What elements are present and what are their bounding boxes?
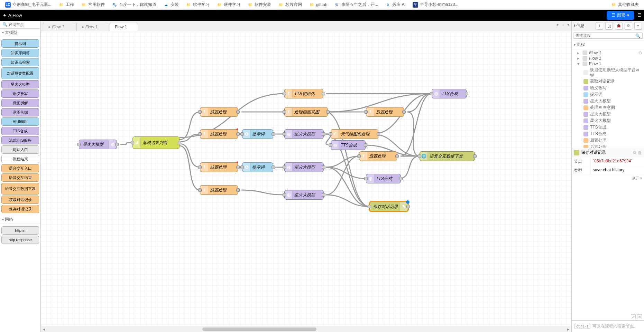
input-port[interactable] xyxy=(198,132,202,136)
add-tab-button[interactable]: ＋ xyxy=(561,22,565,28)
panel-menu-button[interactable]: ▾ xyxy=(634,22,642,30)
output-port[interactable] xyxy=(236,132,240,136)
flow-node[interactable]: ⇄落域结果判断 xyxy=(132,136,180,149)
input-port[interactable] xyxy=(198,165,202,169)
main-menu-button[interactable]: ☰ xyxy=(637,13,641,18)
bookmark-item[interactable]: 半半导小芯-mima123... xyxy=(411,1,460,8)
tree-item[interactable]: 处理画画意图 xyxy=(572,104,644,111)
palette-node[interactable]: 语音交互数据下发 xyxy=(1,183,39,195)
flow-canvas[interactable]: ◎星火大模型⇄落域结果判断fTTS初始化f前置处理f处理画画意图f后置处理f前置… xyxy=(41,31,571,332)
close-hint-button[interactable]: ✕ xyxy=(637,314,642,319)
tab-list-button[interactable]: ▸ xyxy=(557,22,559,28)
flow-node[interactable]: ◎TTS合成 xyxy=(432,89,467,98)
palette-node[interactable]: 星火大模型 xyxy=(1,80,39,88)
palette-node[interactable]: TTS合成 xyxy=(1,127,39,135)
palette-category[interactable]: 网络 xyxy=(0,216,40,224)
tab-menu-button[interactable]: ▾ xyxy=(567,22,569,28)
input-port[interactable] xyxy=(357,154,361,158)
flow-node[interactable]: ◎星火大模型 xyxy=(284,162,324,172)
output-port[interactable] xyxy=(115,143,119,146)
palette-node[interactable]: http response xyxy=(1,236,39,244)
flow-node[interactable]: ◎TTS合成 xyxy=(331,140,366,150)
bookmark-item[interactable]: b必应 AI xyxy=(383,1,407,8)
flow-node[interactable]: ⌬提示词 xyxy=(242,162,273,172)
debug-tab-button[interactable]: 🐞 xyxy=(615,22,623,30)
flow-node[interactable]: f前置处理▲ xyxy=(200,162,238,172)
palette-node[interactable]: AIUI调用 xyxy=(1,117,39,126)
tree-item[interactable]: 获取对话记录 xyxy=(572,78,644,85)
palette-node[interactable]: 流式TTS服务 xyxy=(1,136,39,144)
output-port[interactable] xyxy=(326,110,330,114)
input-port[interactable] xyxy=(364,110,368,114)
input-port[interactable] xyxy=(430,92,433,95)
bookmark-item[interactable]: 📁github xyxy=(307,1,329,8)
tree-item[interactable]: 星火大模型 xyxy=(572,111,644,117)
bookmark-item[interactable]: LC立创商城_电子元器... xyxy=(3,1,53,8)
bookmark-item[interactable]: 📁常用软件 xyxy=(79,1,107,8)
output-port[interactable] xyxy=(377,132,380,136)
input-port[interactable] xyxy=(198,110,202,114)
output-port[interactable] xyxy=(236,188,240,192)
copy-button[interactable]: ⧉ xyxy=(633,150,636,155)
input-port[interactable] xyxy=(198,188,202,192)
bookmark-item[interactable]: 📁工作 xyxy=(57,1,76,8)
flow-node[interactable]: f后置处理 xyxy=(359,151,397,161)
tree-item[interactable]: 后置处理 xyxy=(572,144,644,148)
output-port[interactable] xyxy=(272,165,275,169)
input-port[interactable] xyxy=(77,143,81,146)
bookmark-item[interactable]: 📁软件安装 xyxy=(246,1,273,8)
horizontal-scrollbar[interactable] xyxy=(47,327,565,331)
expand-toggle[interactable]: 展开 ▾ xyxy=(572,175,644,181)
output-port[interactable] xyxy=(399,177,403,180)
output-port[interactable] xyxy=(272,132,275,136)
output-port[interactable] xyxy=(473,154,477,158)
palette-node[interactable]: 语音交互结束 xyxy=(1,173,39,182)
bookmark-item[interactable]: 📁软件学习 xyxy=(184,1,211,8)
palette-filter-input[interactable] xyxy=(9,22,36,27)
scroll-right-button[interactable]: ▸ xyxy=(565,327,571,332)
help-tab-button[interactable]: 🕮 xyxy=(605,22,613,30)
delete-button[interactable]: 🗑 xyxy=(638,150,642,155)
palette-node[interactable]: http in xyxy=(1,226,39,235)
tree-item[interactable]: ▸Flow 1 xyxy=(572,56,644,61)
info-tab-button[interactable]: i xyxy=(596,22,603,30)
flow-tab[interactable]: Flow 1 xyxy=(110,23,138,31)
flow-node[interactable]: ⌬提示词 xyxy=(242,129,273,139)
flow-node[interactable]: f处理画画意图 xyxy=(284,107,328,117)
bookmark-item[interactable]: 知事隔五年之后，开... xyxy=(332,1,380,8)
config-tab-button[interactable]: ⚙ xyxy=(625,22,632,30)
flow-node[interactable]: ◎星火大模型 xyxy=(284,129,324,139)
flow-node[interactable]: ✎保存对话记录 xyxy=(369,202,408,211)
scroll-left-button[interactable]: ◂ xyxy=(41,327,47,332)
input-port[interactable] xyxy=(329,132,332,136)
input-port[interactable] xyxy=(283,132,286,136)
bookmark-item[interactable]: ☁安装 xyxy=(162,1,181,8)
input-port[interactable] xyxy=(283,165,286,169)
output-port[interactable] xyxy=(402,110,406,114)
input-port[interactable] xyxy=(283,110,286,114)
flow-tab[interactable]: ●Flow 1 xyxy=(76,23,109,31)
tree-item[interactable]: 后置处理 xyxy=(572,137,644,144)
output-port[interactable] xyxy=(322,165,325,169)
tree-item[interactable]: ▸Flow 1⊖ xyxy=(572,50,644,56)
flow-tab[interactable]: ●Flow 1 xyxy=(43,23,75,31)
input-port[interactable] xyxy=(240,132,244,136)
input-port[interactable] xyxy=(329,143,332,147)
flow-node[interactable]: ◎TTS合成 xyxy=(366,174,401,183)
expand-icon[interactable]: ▸ xyxy=(577,50,581,55)
palette-node[interactable]: 意图落域 xyxy=(1,108,39,116)
flow-node[interactable]: fTTS初始化 xyxy=(284,89,323,98)
output-port[interactable] xyxy=(395,154,399,158)
input-port[interactable] xyxy=(240,165,244,169)
flow-node[interactable]: f后置处理 xyxy=(366,107,404,117)
flow-node[interactable]: f天气绘图前处理 xyxy=(331,129,378,139)
palette-node[interactable]: 对话页参数配置 xyxy=(1,67,39,79)
tree-item[interactable]: 星火大模型 xyxy=(572,117,644,124)
bookmark-item[interactable]: 📁硬件学习 xyxy=(215,1,242,8)
input-port[interactable] xyxy=(131,141,134,144)
palette-node[interactable]: 语义改写 xyxy=(1,89,39,98)
palette-node[interactable]: 对话入口 xyxy=(1,145,39,154)
tree-item[interactable]: 提示词 xyxy=(572,91,644,98)
flow-node[interactable]: f前置处理 xyxy=(200,185,238,195)
palette-category[interactable]: 大模型 xyxy=(0,29,40,37)
